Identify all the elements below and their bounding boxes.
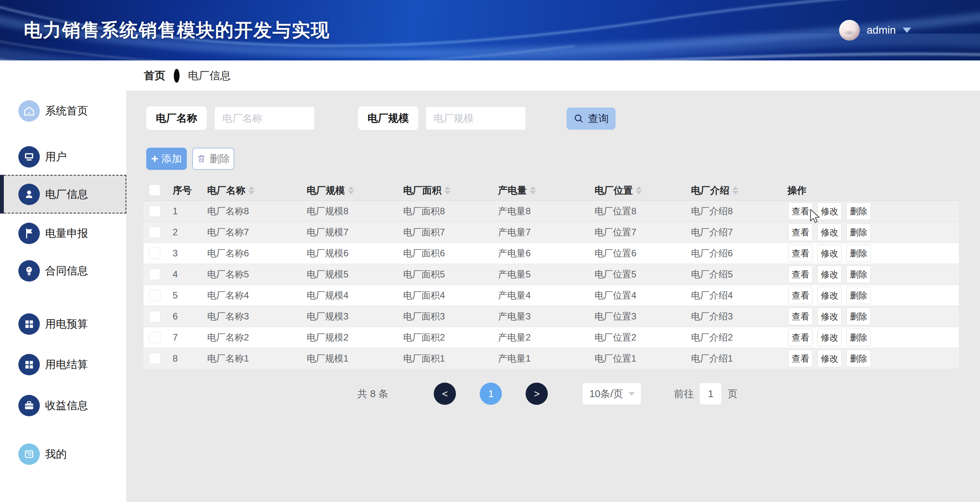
total-count: 共 8 条 [358, 387, 389, 401]
view-button[interactable]: 查看 [788, 266, 813, 283]
delete-row-button[interactable]: 删除 [846, 223, 871, 241]
cell-plant-name: 电厂名称3 [205, 310, 304, 323]
plant-name-input[interactable] [214, 106, 315, 130]
sort-icon[interactable] [444, 186, 451, 194]
row-checkbox[interactable] [149, 227, 160, 238]
delete-button[interactable]: 删除 [192, 148, 234, 170]
view-button[interactable]: 查看 [788, 308, 813, 325]
view-button[interactable]: 查看 [788, 350, 813, 367]
sidebar-item-revenue-info[interactable]: 收益信息 [0, 386, 126, 425]
cell-plant-area: 电厂面积7 [401, 226, 496, 238]
delete-row-button[interactable]: 删除 [846, 287, 871, 304]
cell-index: 4 [170, 269, 205, 280]
edit-button[interactable]: 修改 [817, 223, 842, 241]
row-checkbox[interactable] [149, 311, 160, 322]
cell-plant-name: 电厂名称5 [205, 268, 304, 280]
view-button[interactable]: 查看 [788, 223, 813, 241]
avatar[interactable] [839, 20, 860, 41]
column-header-output[interactable]: 产电量 [496, 184, 592, 197]
sort-icon[interactable] [530, 186, 536, 194]
cell-index: 6 [170, 311, 205, 322]
user-menu[interactable]: admin [839, 20, 911, 41]
cell-plant-area: 电厂面积6 [401, 247, 496, 259]
goto-prefix: 前往 [674, 387, 694, 401]
row-checkbox[interactable] [149, 205, 160, 217]
grid-icon [18, 313, 40, 335]
row-checkbox[interactable] [149, 332, 160, 343]
plant-name-label: 电厂名称 [146, 106, 207, 130]
breadcrumb-home[interactable]: 首页 [144, 68, 165, 83]
edit-button[interactable]: 修改 [817, 350, 842, 367]
page-size-select[interactable]: 10条/页 [583, 383, 641, 404]
cell-plant-location: 电厂位置2 [592, 331, 689, 344]
cell-plant-location: 电厂位置3 [592, 310, 689, 323]
column-header-name[interactable]: 电厂名称 [205, 184, 304, 197]
cell-plant-name: 电厂名称1 [205, 352, 304, 365]
row-checkbox[interactable] [149, 269, 160, 280]
edit-button[interactable]: 修改 [817, 244, 842, 262]
search-form: 电厂名称 电厂规模 查询 [126, 106, 980, 131]
sort-icon[interactable] [636, 186, 642, 194]
row-checkbox[interactable] [149, 353, 160, 364]
table-row: 2 电厂名称7 电厂规模7 电厂面积7 产电量7 电厂位置7 电厂介绍7 查看 … [144, 222, 959, 243]
edit-button[interactable]: 修改 [817, 266, 842, 283]
add-button[interactable]: + 添加 [146, 148, 187, 170]
plant-scale-input[interactable] [426, 106, 526, 130]
page-1-button[interactable]: 1 [480, 383, 502, 405]
query-button[interactable]: 查询 [567, 108, 616, 130]
column-header-area[interactable]: 电厂面积 [401, 184, 496, 197]
cell-plant-intro: 电厂介绍8 [689, 205, 785, 217]
column-header-index[interactable]: 序号 [170, 184, 205, 197]
cell-plant-area: 电厂面积2 [401, 331, 496, 344]
view-button[interactable]: 查看 [788, 244, 813, 262]
cell-plant-name: 电厂名称4 [205, 289, 304, 302]
edit-button[interactable]: 修改 [817, 308, 842, 325]
sort-icon[interactable] [248, 186, 255, 194]
sidebar-item-users[interactable]: 用户 [0, 138, 126, 176]
cell-plant-intro: 电厂介绍6 [689, 247, 785, 259]
query-button-label: 查询 [588, 112, 609, 126]
sidebar-item-contract-info[interactable]: 合同信息 [0, 252, 126, 290]
cell-index: 2 [170, 227, 205, 238]
delete-row-button[interactable]: 删除 [846, 266, 871, 283]
column-header-scale[interactable]: 电厂规模 [304, 184, 401, 197]
row-checkbox[interactable] [149, 248, 160, 259]
goto-page-input[interactable] [700, 383, 721, 404]
cell-plant-location: 电厂位置7 [592, 226, 689, 238]
cell-plant-name: 电厂名称7 [205, 226, 304, 238]
next-page-button[interactable]: > [526, 383, 548, 405]
delete-row-button[interactable]: 删除 [846, 202, 871, 220]
sidebar-item-power-budget[interactable]: 用电预算 [0, 305, 126, 343]
delete-row-button[interactable]: 删除 [846, 308, 871, 325]
username: admin [867, 24, 896, 36]
view-button[interactable]: 查看 [788, 202, 813, 220]
cell-power-output: 产电量7 [496, 226, 592, 238]
delete-row-button[interactable]: 删除 [846, 329, 871, 346]
add-button-label: 添加 [161, 152, 182, 166]
cell-power-output: 产电量6 [496, 247, 592, 259]
view-button[interactable]: 查看 [788, 329, 813, 346]
delete-row-button[interactable]: 删除 [846, 244, 871, 262]
sidebar-item-plant-info[interactable]: 电厂信息 [0, 175, 126, 214]
column-header-location[interactable]: 电厂位置 [592, 184, 689, 197]
row-checkbox[interactable] [149, 290, 160, 301]
column-header-intro[interactable]: 电厂介绍 [689, 184, 785, 197]
cell-power-output: 产电量2 [496, 331, 592, 344]
prev-page-button[interactable]: < [434, 383, 456, 405]
sidebar-item-system-home[interactable]: 系统首页 [0, 92, 126, 130]
sidebar-item-mine[interactable]: 我的 [0, 435, 126, 473]
edit-button[interactable]: 修改 [817, 329, 842, 346]
edit-button[interactable]: 修改 [817, 287, 842, 304]
sidebar-item-power-settlement[interactable]: 用电结算 [0, 346, 126, 384]
select-all-checkbox[interactable] [149, 184, 160, 196]
edit-button[interactable]: 修改 [817, 202, 842, 220]
sort-icon[interactable] [732, 186, 738, 194]
delete-row-button[interactable]: 删除 [846, 350, 871, 367]
cell-plant-scale: 电厂规模7 [304, 226, 401, 238]
sidebar-item-power-declare[interactable]: 电量申报 [0, 214, 126, 253]
goto-page: 前往 页 [674, 383, 737, 404]
view-button[interactable]: 查看 [788, 287, 813, 304]
sidebar-item-label: 用电预算 [45, 317, 88, 331]
active-item-bar [0, 175, 4, 214]
sort-icon[interactable] [348, 186, 354, 194]
